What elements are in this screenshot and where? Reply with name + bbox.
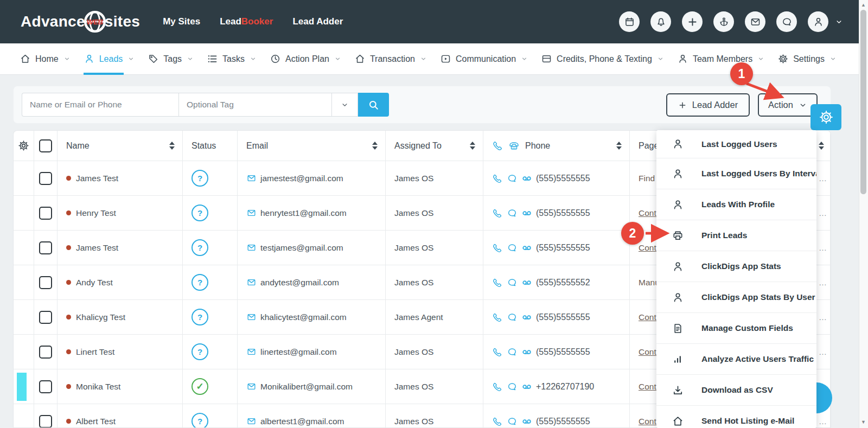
lead-name[interactable]: James Test (76, 174, 118, 183)
call-icon[interactable] (492, 242, 503, 253)
lead-name[interactable]: Henry Test (76, 208, 116, 218)
sort-icon[interactable] (470, 142, 475, 150)
mail-icon-button[interactable] (745, 11, 765, 32)
row-checkbox[interactable] (39, 415, 52, 428)
call-icon[interactable] (492, 277, 503, 288)
menu-item-send-hot-listing-e-mail[interactable]: Send Hot Listing e-Mail (656, 405, 816, 428)
lead-email[interactable]: albertest1@gmail.com (260, 417, 344, 426)
sms-icon[interactable] (507, 173, 518, 184)
chat-icon-button[interactable] (776, 11, 797, 32)
nav-item-settings[interactable]: Settings (777, 43, 837, 75)
scrollbar-thumb[interactable] (860, 10, 866, 194)
lead-email[interactable]: Monikalibert@gmail.com (260, 382, 353, 392)
call-icon[interactable] (492, 312, 503, 323)
lead-email[interactable]: jamestest@gmail.com (260, 174, 343, 183)
bell-icon-button[interactable] (650, 11, 671, 32)
column-header-assigned-to[interactable]: Assigned To (386, 131, 483, 161)
menu-item-manage-custom-fields[interactable]: Manage Custom Fields (656, 312, 816, 343)
voicemail-icon[interactable] (521, 381, 532, 392)
column-header-name[interactable]: Name (58, 131, 183, 161)
lead-name[interactable]: Monika Test (76, 382, 120, 392)
scrollbar-up-arrow[interactable]: ▲ (859, 2, 867, 8)
row-checkbox[interactable] (39, 276, 52, 289)
scrollbar-down-arrow[interactable]: ▼ (859, 419, 867, 425)
sms-icon[interactable] (507, 312, 518, 323)
column-settings-gear-icon[interactable] (17, 139, 30, 152)
topbar-link-lead-adder[interactable]: Lead Adder (292, 16, 343, 27)
lead-email[interactable]: henrytest1@gmail.com (260, 208, 347, 218)
voicemail-icon[interactable] (521, 208, 532, 219)
action-button[interactable]: Action (758, 93, 818, 117)
call-icon[interactable] (492, 208, 503, 219)
voicemail-icon[interactable] (521, 416, 532, 427)
nav-item-tags[interactable]: Tags (148, 43, 194, 75)
lead-email[interactable]: andytest@gmail.com (260, 278, 339, 288)
nav-item-action-plan[interactable]: Action Plan (270, 43, 341, 75)
lead-adder-button[interactable]: Lead Adder (666, 93, 750, 117)
menu-item-clickdigs-app-stats[interactable]: ClickDigs App Stats (656, 251, 816, 282)
brand-logo[interactable]: Advance WEB sites (21, 9, 140, 34)
menu-item-download-as-csv[interactable]: Download as CSV (656, 374, 816, 405)
email-icon[interactable] (246, 277, 257, 288)
menu-item-clickdigs-app-stats-by-user[interactable]: ClickDigs App Stats By User (656, 282, 816, 312)
sms-icon[interactable] (507, 381, 518, 392)
voicemail-icon[interactable] (521, 173, 532, 184)
lead-name[interactable]: James Test (76, 243, 118, 253)
voicemail-icon[interactable] (521, 242, 532, 253)
nav-item-transaction[interactable]: Transaction (354, 43, 427, 75)
anchor-icon-button[interactable] (713, 11, 734, 32)
email-icon[interactable] (246, 242, 257, 253)
column-header-phone[interactable]: Phone (483, 131, 630, 161)
calendar-icon-button[interactable] (619, 11, 640, 32)
row-checkbox[interactable] (39, 207, 52, 220)
email-icon[interactable] (246, 312, 257, 322)
row-checkbox[interactable] (39, 172, 52, 185)
email-icon[interactable] (246, 347, 257, 357)
sms-icon[interactable] (507, 277, 518, 288)
sort-icon[interactable] (616, 142, 622, 150)
email-icon[interactable] (246, 173, 257, 183)
sms-icon[interactable] (507, 242, 518, 253)
topbar-link-leadbooker[interactable]: LeadBooker (220, 16, 273, 27)
lead-name[interactable]: Linert Test (76, 347, 114, 357)
row-checkbox[interactable] (39, 311, 52, 324)
lead-email[interactable]: testjames@gmail.com (260, 243, 343, 253)
lead-name[interactable]: Andy Test (76, 278, 113, 288)
voicemail-icon[interactable] (521, 347, 532, 357)
sms-icon[interactable] (507, 208, 518, 219)
row-checkbox[interactable] (39, 346, 52, 359)
topbar-link-my-sites[interactable]: My Sites (163, 16, 200, 27)
row-checkbox[interactable] (39, 380, 52, 393)
nav-item-communication[interactable]: Communication (440, 43, 528, 75)
call-icon[interactable] (492, 416, 503, 427)
menu-item-analyze-active-users-traffic[interactable]: Analyze Active Users Traffic (656, 343, 816, 374)
email-icon[interactable] (246, 381, 257, 392)
menu-item-last-logged-users[interactable]: Last Logged Users (656, 130, 816, 158)
sms-icon[interactable] (507, 347, 518, 357)
column-header-email[interactable]: Email (238, 131, 386, 161)
menu-item-leads-with-profile[interactable]: Leads With Profile (656, 189, 816, 220)
lead-email[interactable]: khalicytest@gmail.com (260, 312, 347, 322)
menu-item-last-logged-users-by-interval[interactable]: Last Logged Users By Interval (656, 158, 816, 189)
row-checkbox[interactable] (39, 241, 52, 254)
lead-name[interactable]: Khalicyg Test (76, 312, 125, 322)
account-chevron-down-icon[interactable] (835, 18, 843, 26)
table-settings-fab[interactable] (810, 104, 841, 130)
tag-dropdown-toggle[interactable] (332, 93, 358, 117)
search-input[interactable] (22, 93, 178, 117)
menu-item-print-leads[interactable]: Print Leads (656, 220, 816, 251)
plus-icon-button[interactable] (682, 11, 703, 32)
nav-item-leads[interactable]: Leads (84, 43, 135, 75)
search-button[interactable] (358, 93, 389, 117)
voicemail-icon[interactable] (521, 277, 532, 288)
sms-icon[interactable] (507, 416, 518, 427)
call-icon[interactable] (492, 347, 503, 357)
call-icon[interactable] (492, 381, 503, 392)
tag-input[interactable] (178, 93, 332, 117)
nav-item-credits-phone-texting[interactable]: Credits, Phone & Texting (541, 43, 664, 75)
nav-item-home[interactable]: Home (20, 43, 71, 75)
lead-email[interactable]: linertest@gmail.com (260, 347, 337, 357)
email-icon[interactable] (246, 416, 257, 426)
call-icon[interactable] (492, 173, 503, 184)
sort-icon[interactable] (169, 142, 175, 150)
